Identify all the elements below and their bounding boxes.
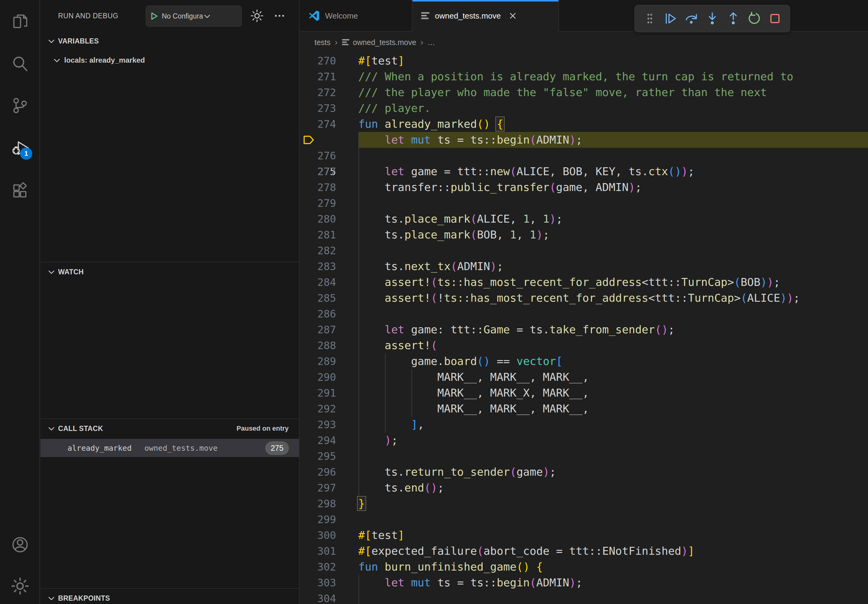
gutter[interactable]: 292 [299,401,358,417]
gutter[interactable]: 298 [299,496,358,511]
settings-gear-icon[interactable] [11,577,29,595]
gutter[interactable]: 272 [299,85,358,101]
gutter[interactable]: 299 [299,511,358,527]
gutter[interactable]: 304 [299,591,358,604]
code-line-271[interactable]: 271/// When a position is already marked… [299,69,868,85]
code-line-294[interactable]: 294 ); [299,432,868,448]
gutter[interactable]: 291 [299,385,358,401]
code-line-274[interactable]: 274fun already_marked() { [299,116,868,132]
code-line-286[interactable]: 286 [299,306,868,322]
explorer-icon[interactable] [11,12,29,30]
gutter[interactable]: 273 [299,101,358,116]
call-stack-frame-row[interactable]: already_marked owned_tests.move 275 [40,439,299,457]
section-breakpoints[interactable]: BREAKPOINTS [40,589,299,604]
code-line-292[interactable]: 292 MARK__, MARK__, MARK__, [299,401,868,417]
code-line-301[interactable]: 301#[expected_failure(abort_code = ttt::… [299,543,868,559]
start-debug-icon[interactable] [150,12,158,20]
more-actions-icon[interactable] [270,7,288,25]
code-line-291[interactable]: 291 MARK__, MARK_X, MARK__, [299,385,868,401]
section-call-stack[interactable]: CALL STACK Paused on entry [40,419,299,438]
step-out-icon[interactable] [724,9,743,28]
gutter[interactable]: 274 [299,116,358,132]
gutter[interactable]: 300 [299,527,358,543]
locals-scope-row[interactable]: locals: already_marked [40,51,299,69]
code-line-281[interactable]: 281 ts.place_mark(BOB, 1, 1); [299,227,868,243]
gutter[interactable]: 290 [299,369,358,385]
gutter[interactable]: 284 [299,274,358,290]
gutter[interactable]: 297 [299,480,358,496]
code-line-287[interactable]: 287 let game: ttt::Game = ts.take_from_s… [299,322,868,338]
run-and-debug-icon[interactable]: 1 [11,139,29,157]
code-line-289[interactable]: 289 game.board() == vector[ [299,353,868,369]
gutter[interactable]: 302 [299,559,358,575]
stop-icon[interactable] [766,9,784,28]
code-line-295[interactable]: 295 [299,448,868,464]
account-icon[interactable] [11,536,29,554]
gutter[interactable]: 303 [299,575,358,591]
code-line-302[interactable]: 302fun burn_unfinished_game() { [299,559,868,575]
search-icon[interactable] [11,55,29,73]
gutter[interactable]: 282 [299,243,358,259]
gutter[interactable]: 285 [299,290,358,306]
code-line-288[interactable]: 288 assert!( [299,338,868,353]
gutter[interactable]: 287 [299,322,358,338]
code-line-296[interactable]: 296 ts.return_to_sender(game); [299,464,868,480]
step-into-icon[interactable] [703,9,722,28]
extensions-icon[interactable] [11,181,29,200]
debug-config-dropdown[interactable]: No Configura [146,5,242,27]
gutter[interactable]: 286 [299,306,358,322]
gutter[interactable]: 279 [299,195,358,211]
code-line-298[interactable]: 298} [299,496,868,511]
code-line-299[interactable]: 299 [299,511,868,527]
code-line-278[interactable]: 278 transfer::public_transfer(game, ADMI… [299,180,868,195]
close-icon[interactable] [509,12,517,20]
code-line-277[interactable]: 277 let game = ttt::new(ALICE, BOB, KEY,… [299,164,868,180]
tab-owned-tests-move[interactable]: owned_tests.move [412,0,559,32]
section-watch[interactable]: WATCH [40,262,299,281]
breadcrumb-item-tests[interactable]: tests [315,38,330,47]
code-line-303[interactable]: 303 let mut ts = ts::begin(ADMIN); [299,575,868,591]
code-line-272[interactable]: 272/// the player who made the "false" m… [299,85,868,101]
gutter[interactable]: 277 [299,164,358,180]
breadcrumb-item-file[interactable]: owned_tests.move [353,38,416,47]
gutter[interactable]: 270 [299,53,358,69]
gutter[interactable]: 301 [299,543,358,559]
code-line-276[interactable]: 276 [299,148,868,164]
code-line-280[interactable]: 280 ts.place_mark(ALICE, 1, 1); [299,211,868,227]
code-line-304[interactable]: 304 [299,591,868,604]
source-control-icon[interactable] [11,96,29,115]
breadcrumb-item-more[interactable]: … [428,38,435,47]
tab-welcome[interactable]: Welcome [299,0,412,32]
gutter[interactable]: 281 [299,227,358,243]
debug-settings-gear-icon[interactable] [248,7,266,25]
gutter[interactable]: 289 [299,353,358,369]
code-line-270[interactable]: 270#[test] [299,53,868,69]
code-line-282[interactable]: 282 [299,243,868,259]
code-line-297[interactable]: 297 ts.end(); [299,480,868,496]
code-line-273[interactable]: 273/// player. [299,101,868,116]
gutter[interactable]: 278 [299,180,358,195]
gutter[interactable]: 294 [299,432,358,448]
gutter[interactable]: 280 [299,211,358,227]
code-line-284[interactable]: 284 assert!(ts::has_most_recent_for_addr… [299,274,868,290]
gutter[interactable]: 295 [299,448,358,464]
step-over-icon[interactable] [682,9,701,28]
code-line-283[interactable]: 283 ts.next_tx(ADMIN); [299,259,868,274]
restart-icon[interactable] [744,9,763,28]
code-line-285[interactable]: 285 assert!(!ts::has_most_recent_for_add… [299,290,868,306]
code-line-275[interactable]: 275 let mut ts = ts::begin(ADMIN); [299,132,868,148]
gutter[interactable]: 275 [299,132,358,148]
code-line-293[interactable]: 293 ], [299,417,868,432]
gutter[interactable]: 288 [299,338,358,353]
gutter[interactable]: 293 [299,417,358,432]
section-variables[interactable]: VARIABLES [40,32,299,51]
toolbar-drag-handle[interactable] [640,9,659,28]
gutter[interactable]: 276 [299,148,358,164]
gutter[interactable]: 271 [299,69,358,85]
code-line-300[interactable]: 300#[test] [299,527,868,543]
code-editor[interactable]: 270#[test]271/// When a position is alre… [299,53,868,604]
code-line-279[interactable]: 279 [299,195,868,211]
continue-icon[interactable] [661,9,680,28]
code-line-290[interactable]: 290 MARK__, MARK__, MARK__, [299,369,868,385]
gutter[interactable]: 283 [299,259,358,274]
